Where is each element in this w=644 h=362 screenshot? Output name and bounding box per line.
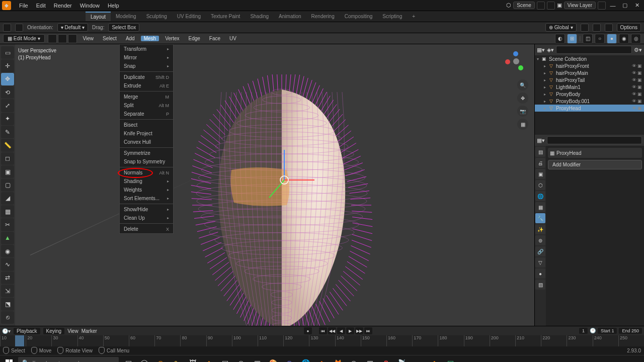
scene-del-button[interactable] — [547, 2, 555, 10]
app-explorer-icon[interactable]: 🗀 — [169, 356, 184, 363]
shade-rendered-icon[interactable]: ◎ — [631, 34, 641, 44]
outliner-filter-icon[interactable]: ⚙▾ — [634, 47, 642, 53]
app-krita-icon[interactable]: 🎨 — [266, 356, 281, 363]
tool-shrink[interactable]: ⇲ — [1, 285, 14, 297]
transform-orientation[interactable]: ⊕ Global ▾ — [545, 23, 576, 32]
mesh-menu-normals[interactable]: NormalsAlt N — [120, 168, 173, 177]
ws-animation[interactable]: Animation — [274, 12, 306, 21]
tool-add-cube[interactable]: ◻ — [1, 152, 14, 165]
ptab-physics[interactable]: ⊚ — [535, 235, 545, 245]
play-rev-button[interactable]: ◀ — [337, 327, 345, 334]
outliner-root[interactable]: ▾▣ Scene Collection — [535, 55, 644, 62]
menu-vertex[interactable]: Vertex — [162, 36, 182, 41]
tool-scale[interactable]: ⤢ — [1, 99, 14, 112]
tool-knife[interactable]: ✂ — [1, 218, 14, 231]
options-dropdown[interactable]: Options — [617, 23, 641, 32]
ptab-world[interactable]: 🌐 — [535, 191, 545, 201]
add-modifier-button[interactable]: Add Modifier — [548, 160, 642, 169]
clock-icon[interactable]: 🕐 — [590, 328, 596, 334]
mode-dropdown[interactable]: ▦ Edit Mode ▾ — [3, 34, 45, 43]
mesh-menu-snap-to-symmetry[interactable]: Snap to Symmetry — [120, 157, 173, 166]
snap-icon[interactable] — [593, 24, 601, 32]
ws-uvediting[interactable]: UV Editing — [172, 12, 206, 21]
mesh-menu-delete[interactable]: DeleteX — [120, 225, 173, 233]
tool-annotate[interactable]: ✎ — [1, 126, 14, 138]
app-sonarr-icon[interactable]: 📡 — [394, 356, 410, 363]
outliner-item-hairproxytail[interactable]: ▸▽hairProxyTail👁▣ — [535, 76, 644, 83]
drag-dropdown[interactable]: Select Box — [108, 23, 139, 32]
editor-type-icon[interactable] — [3, 24, 11, 32]
xray-toggle[interactable]: ◫ — [583, 34, 593, 44]
ws-sculpting[interactable]: Sculpting — [141, 12, 172, 21]
app-photos-icon[interactable]: 🖼 — [185, 356, 200, 363]
mesh-menu-weights[interactable]: Weights▸ — [120, 186, 173, 194]
outliner-item-proxyhead[interactable]: ▸▽ProxyHead👁▣ — [535, 105, 644, 112]
mesh-menu-shading[interactable]: Shading▸ — [120, 177, 173, 186]
play-button[interactable]: ▶ — [346, 327, 354, 334]
current-frame[interactable]: 1 — [579, 328, 588, 334]
timeline-ruler[interactable]: 1020304050607080901001101201301401501601… — [0, 335, 644, 346]
ptab-scene[interactable]: ⬡ — [535, 180, 545, 190]
menu-file[interactable]: File — [15, 0, 32, 11]
tool-cursor-icon[interactable] — [15, 24, 23, 32]
app-obs-icon[interactable]: ◎ — [233, 356, 249, 363]
mesh-menu-knife-project[interactable]: Knife Project — [120, 129, 173, 138]
tool-measure[interactable]: 📏 — [1, 139, 14, 151]
autokey-icon[interactable]: ● — [304, 327, 312, 334]
axis-x-icon[interactable] — [505, 59, 510, 64]
menu-help[interactable]: Help — [104, 0, 123, 11]
ptab-render[interactable]: ▤ — [535, 147, 545, 157]
pivot-icon[interactable] — [581, 24, 589, 32]
app-settings-icon[interactable]: ⚙ — [378, 356, 393, 363]
props-search[interactable] — [547, 136, 642, 144]
overlay-toggle[interactable]: ⊞ — [567, 34, 577, 44]
outliner-item-proxybody.001[interactable]: ▸▽ProxyBody.001👁▣ — [535, 98, 644, 105]
ptab-object[interactable]: ▦ — [535, 202, 545, 212]
window-min-button[interactable]: — — [608, 3, 618, 9]
mesh-menu-convex-hull[interactable]: Convex Hull — [120, 138, 173, 146]
tl-marker[interactable]: Marker — [82, 328, 97, 334]
face-select-button[interactable] — [68, 34, 77, 43]
menu-edge[interactable]: Edge — [186, 36, 203, 41]
ptab-constraints[interactable]: 🔗 — [535, 246, 545, 256]
outliner-search[interactable] — [556, 46, 632, 54]
app-code-icon[interactable]: ▥ — [250, 356, 265, 363]
tool-inset[interactable]: ▢ — [1, 178, 14, 191]
tool-edge-slide[interactable]: ⇄ — [1, 272, 14, 284]
axis-y-icon[interactable] — [518, 65, 523, 70]
app-discord-icon[interactable]: ◉ — [282, 356, 297, 363]
app-misc1-icon[interactable]: ▦ — [362, 356, 377, 363]
ptab-particles[interactable]: ✨ — [535, 224, 545, 234]
viewlayer-name[interactable]: View Layer — [564, 2, 596, 9]
ws-layout[interactable]: Layout — [86, 12, 111, 21]
ws-add-button[interactable]: + — [407, 12, 420, 21]
start-button[interactable] — [0, 355, 18, 363]
zoom-button[interactable]: 🔍 — [517, 79, 528, 90]
mesh-menu-extrude[interactable]: ExtrudeAlt E — [120, 81, 173, 90]
props-type-icon[interactable]: ▦▾ — [537, 137, 545, 144]
ws-shading[interactable]: Shading — [245, 12, 274, 21]
tl-view[interactable]: View — [67, 328, 78, 334]
mesh-menu-snap[interactable]: Snap▸ — [120, 62, 173, 70]
app-misc2-icon[interactable]: ● — [411, 356, 426, 363]
window-max-button[interactable]: ▢ — [620, 2, 630, 9]
prev-key-button[interactable]: ◀◀ — [328, 327, 336, 334]
mesh-menu-duplicate[interactable]: DuplicateShift D — [120, 73, 173, 81]
ws-modeling[interactable]: Modeling — [111, 12, 141, 21]
tool-select-box[interactable]: ▭ — [1, 46, 14, 59]
app-chrome-icon[interactable]: 🌐 — [298, 356, 313, 363]
mesh-menu-transform[interactable]: Transform▸ — [120, 45, 173, 53]
nav-gizmo[interactable] — [503, 48, 528, 73]
app-brave-icon[interactable]: ◆ — [314, 356, 329, 363]
taskbar-search[interactable]: 🔍 Type here to search — [18, 357, 119, 363]
ws-compositing[interactable]: Compositing — [340, 12, 378, 21]
tool-rotate[interactable]: ⟲ — [1, 86, 14, 99]
tl-playback[interactable]: Playback — [14, 328, 40, 334]
taskview-icon[interactable]: ▤ — [121, 356, 136, 363]
tool-extrude[interactable]: ▣ — [1, 165, 14, 178]
outliner-item-proxybody[interactable]: ▸▽ProxyBody👁▣ — [535, 90, 644, 98]
pan-button[interactable]: ✥ — [517, 93, 528, 104]
ptab-mesh[interactable]: ▽ — [535, 257, 545, 267]
tool-transform[interactable]: ✦ — [1, 113, 14, 125]
tool-bevel[interactable]: ◢ — [1, 192, 14, 205]
